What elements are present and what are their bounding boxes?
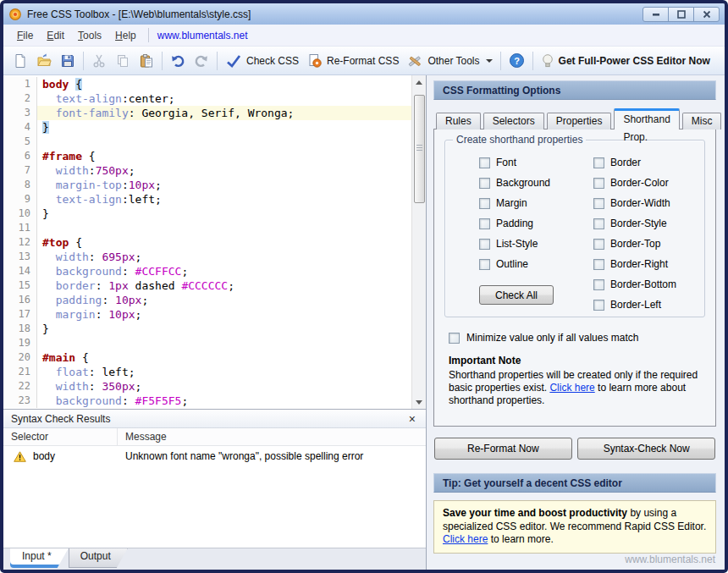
minimize-values-checkbox[interactable] bbox=[449, 333, 460, 344]
column-header-message[interactable]: Message bbox=[118, 428, 426, 445]
code-area[interactable]: 1body {2 text-align:center;3 font-family… bbox=[3, 75, 411, 409]
syntax-check-now-button[interactable]: Syntax-Check Now bbox=[577, 438, 715, 460]
code-line[interactable]: 14 background: #CCFFCC; bbox=[3, 264, 411, 278]
line-number: 13 bbox=[3, 250, 37, 264]
code-line[interactable]: 4} bbox=[3, 120, 411, 135]
code-line[interactable]: 1body { bbox=[3, 77, 411, 91]
code-line[interactable]: 23 background: #F5F5F5; bbox=[3, 394, 411, 408]
result-selector: body bbox=[3, 450, 118, 462]
code-line[interactable]: 11 bbox=[3, 221, 411, 235]
tab-selectors[interactable]: Selectors bbox=[483, 113, 544, 129]
maximize-button[interactable] bbox=[668, 7, 694, 22]
result-message: Unknown font name "wronga", possible spe… bbox=[118, 450, 426, 462]
shorthand-groupbox: Create shorthand properties FontBackgrou… bbox=[444, 140, 705, 317]
title-bar[interactable]: Free CSS Toolbox - [E:\Web\blumentals\st… bbox=[3, 3, 725, 25]
code-line[interactable]: 17 margin: 10px; bbox=[3, 307, 411, 322]
code-line[interactable]: 12#top { bbox=[3, 235, 411, 250]
tip-header-title: Tip: Get yourself a decent CSS editor bbox=[443, 477, 622, 489]
note-link[interactable]: Click here bbox=[549, 382, 594, 394]
scroll-down-button[interactable] bbox=[412, 395, 426, 409]
undo-icon bbox=[170, 53, 185, 69]
get-full-editor-button[interactable]: Get Full-Power CSS Editor Now bbox=[537, 50, 714, 72]
code-line[interactable]: 2 text-align:center; bbox=[3, 91, 411, 106]
checkbox-row: Border-Top bbox=[593, 234, 699, 254]
code-text bbox=[37, 221, 411, 235]
maximize-icon bbox=[677, 10, 686, 19]
toolbar: Check CSS Re-Format CSS Other Tools ? bbox=[3, 47, 725, 75]
checkbox-border-top[interactable] bbox=[593, 239, 604, 250]
close-button[interactable] bbox=[693, 7, 720, 22]
editor-scrollbar[interactable] bbox=[411, 75, 426, 409]
code-line[interactable]: 7 width:750px; bbox=[3, 163, 411, 178]
result-row[interactable]: bodyUnknown font name "wronga", possible… bbox=[3, 446, 426, 466]
css-code-editor[interactable]: 1body {2 text-align:center;3 font-family… bbox=[3, 75, 426, 409]
menu-file[interactable]: File bbox=[10, 26, 40, 45]
menu-tools[interactable]: Tools bbox=[71, 26, 108, 45]
code-line[interactable]: 15 border: 1px dashed #CCCCCC; bbox=[3, 278, 411, 293]
cut-button[interactable] bbox=[87, 50, 111, 72]
checkbox-list-style[interactable] bbox=[479, 239, 490, 250]
tab-rules[interactable]: Rules bbox=[436, 113, 481, 129]
help-button[interactable]: ? bbox=[505, 49, 529, 72]
warning-icon bbox=[14, 451, 26, 462]
checkbox-outline[interactable] bbox=[479, 259, 490, 270]
code-line[interactable]: 9 text-align:left; bbox=[3, 192, 411, 207]
checkbox-border-bottom[interactable] bbox=[593, 279, 604, 290]
code-line[interactable]: 3 font-family: Georgia, Serif, Wronga; bbox=[3, 106, 411, 120]
column-header-selector[interactable]: Selector bbox=[3, 428, 118, 445]
menu-edit[interactable]: Edit bbox=[40, 26, 71, 45]
new-file-button[interactable] bbox=[8, 50, 32, 72]
checkbox-margin[interactable] bbox=[479, 198, 490, 209]
scrollbar-thumb[interactable] bbox=[414, 95, 425, 203]
code-line[interactable]: 10} bbox=[3, 207, 411, 221]
reformat-css-button[interactable]: Re-Format CSS bbox=[303, 50, 403, 72]
menu-help[interactable]: Help bbox=[108, 26, 143, 45]
code-line[interactable]: 22 width: 350px; bbox=[3, 379, 411, 394]
code-line[interactable]: 19 bbox=[3, 336, 411, 350]
checkbox-border[interactable] bbox=[593, 157, 604, 168]
checkbox-label-border-color: Border-Color bbox=[610, 177, 669, 189]
results-close-button[interactable]: × bbox=[406, 413, 418, 425]
copy-button[interactable] bbox=[111, 50, 135, 72]
open-file-button[interactable] bbox=[32, 50, 56, 72]
save-button[interactable] bbox=[56, 50, 80, 72]
scroll-up-button[interactable] bbox=[412, 75, 426, 89]
blumentals-link[interactable]: www.blumentals.net bbox=[154, 26, 251, 45]
checkbox-border-color[interactable] bbox=[593, 178, 604, 189]
code-line[interactable]: 20#main { bbox=[3, 350, 411, 365]
checkbox-border-style[interactable] bbox=[593, 218, 604, 229]
tab-properties[interactable]: Properties bbox=[547, 113, 612, 129]
checkbox-border-right[interactable] bbox=[593, 259, 604, 270]
checkbox-border-left[interactable] bbox=[593, 300, 604, 311]
code-line[interactable]: 21 float: left; bbox=[3, 365, 411, 379]
code-text: #main { bbox=[37, 350, 411, 365]
bottom-tab-input[interactable]: Input * bbox=[10, 548, 69, 568]
undo-button[interactable] bbox=[166, 50, 190, 72]
tab-shorthand-prop[interactable]: Shorthand Prop. bbox=[614, 108, 679, 129]
code-line[interactable]: 16 padding: 10px; bbox=[3, 293, 411, 307]
code-line[interactable]: 13 width: 695px; bbox=[3, 250, 411, 264]
code-line[interactable]: 5 bbox=[3, 135, 411, 149]
code-line[interactable]: 18} bbox=[3, 322, 411, 336]
check-css-button[interactable]: Check CSS bbox=[221, 50, 303, 72]
tab-misc[interactable]: Misc bbox=[682, 113, 722, 129]
check-all-button[interactable]: Check All bbox=[479, 285, 554, 305]
main-content: 1body {2 text-align:center;3 font-family… bbox=[3, 75, 725, 570]
paste-button[interactable] bbox=[135, 50, 158, 72]
checkbox-font[interactable] bbox=[479, 157, 490, 168]
line-number: 23 bbox=[3, 394, 37, 408]
bottom-tab-output[interactable]: Output bbox=[69, 548, 128, 568]
code-line[interactable]: 6#frame { bbox=[3, 149, 411, 163]
reformat-now-button[interactable]: Re-Format Now bbox=[434, 438, 572, 460]
checkbox-background[interactable] bbox=[479, 178, 490, 189]
checkbox-padding[interactable] bbox=[479, 218, 490, 229]
code-text: padding: 10px; bbox=[37, 293, 411, 307]
tip-link[interactable]: Click here bbox=[443, 533, 488, 545]
redo-button[interactable] bbox=[190, 50, 213, 72]
minimize-button[interactable] bbox=[643, 7, 669, 22]
checkbox-border-width[interactable] bbox=[593, 198, 604, 209]
other-tools-button[interactable]: Other Tools bbox=[403, 50, 496, 72]
code-line[interactable]: 8 margin-top:10px; bbox=[3, 178, 411, 192]
line-number: 14 bbox=[3, 264, 37, 278]
line-number: 8 bbox=[3, 178, 37, 192]
